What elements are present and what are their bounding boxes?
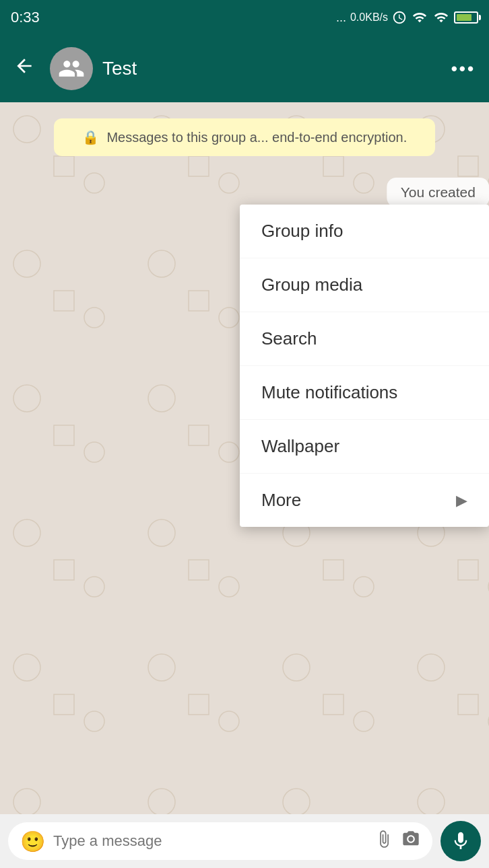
battery-fill (457, 14, 471, 21)
chat-area: 🔒 Messages to this group a... end-to-end… (0, 102, 489, 814)
mic-button[interactable] (441, 821, 481, 861)
menu-item-label-mute-notifications: Mute notifications (261, 382, 397, 403)
system-message: You created (387, 178, 489, 207)
attach-button[interactable] (374, 830, 393, 853)
encryption-notice: 🔒 Messages to this group a... end-to-end… (54, 118, 435, 156)
avatar[interactable] (50, 47, 93, 90)
input-wrap: 🙂 (8, 822, 432, 860)
more-options-button[interactable]: ••• (446, 53, 481, 85)
status-bar: 0:33 ... 0.0KB/s (0, 0, 489, 35)
toolbar: Test ••• (0, 35, 489, 102)
menu-item-search[interactable]: Search (240, 312, 489, 366)
encryption-text: Messages to this group a... end-to-end e… (106, 130, 407, 145)
network-speed: 0.0KB/s (350, 11, 388, 24)
menu-item-mute-notifications[interactable]: Mute notifications (240, 366, 489, 420)
chat-title: Test (102, 58, 436, 79)
toolbar-actions: ••• (446, 53, 481, 85)
back-button[interactable] (8, 50, 40, 87)
clock-icon (392, 10, 407, 25)
mic-icon (450, 830, 471, 852)
menu-item-more[interactable]: More▶ (240, 474, 489, 527)
message-input[interactable] (53, 832, 366, 850)
menu-item-group-info[interactable]: Group info (240, 205, 489, 258)
menu-item-label-more: More (261, 490, 301, 511)
dropdown-menu: Group infoGroup mediaSearchMute notifica… (240, 205, 489, 527)
menu-item-label-group-info: Group info (261, 221, 343, 242)
menu-item-group-media[interactable]: Group media (240, 258, 489, 312)
battery-icon (454, 11, 478, 24)
menu-item-label-group-media: Group media (261, 275, 362, 295)
signal-icon (411, 10, 428, 25)
status-bar-left: 0:33 (11, 9, 40, 26)
system-message-wrapper: You created (0, 167, 489, 207)
menu-item-label-wallpaper: Wallpaper (261, 436, 339, 457)
time: 0:33 (11, 9, 40, 26)
input-bar: 🙂 (0, 814, 489, 868)
network-dots: ... (336, 11, 346, 25)
menu-item-label-search: Search (261, 328, 317, 349)
wifi-icon (432, 10, 450, 25)
camera-button[interactable] (401, 830, 420, 853)
menu-item-arrow-more: ▶ (456, 492, 467, 509)
lock-icon: 🔒 (82, 130, 99, 145)
emoji-button[interactable]: 🙂 (20, 830, 45, 853)
status-bar-right: ... 0.0KB/s (336, 10, 478, 25)
menu-item-wallpaper[interactable]: Wallpaper (240, 420, 489, 474)
group-avatar-icon (58, 55, 85, 82)
